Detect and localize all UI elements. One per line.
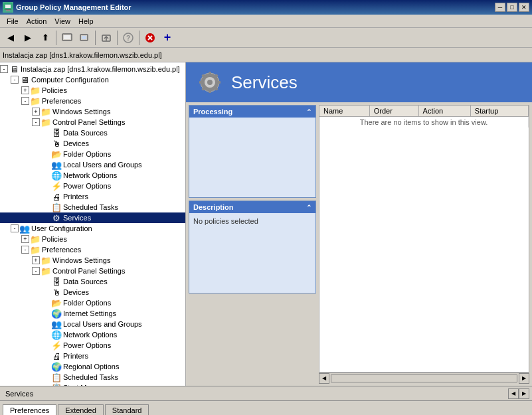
col-name[interactable]: Name <box>319 106 369 117</box>
tree-label-network-options: Network Options <box>63 171 117 179</box>
svg-rect-5 <box>64 35 70 39</box>
tree-item-printers[interactable]: 🖨Printers <box>0 191 185 202</box>
tree-item-internet-settings[interactable]: 🌍Internet Settings <box>0 308 185 319</box>
tree-item-folder-options[interactable]: 📂Folder Options <box>0 149 185 159</box>
tree-item-preferences[interactable]: -📁Preferences <box>0 96 185 106</box>
scroll-left-btn[interactable]: ◀ <box>319 373 329 384</box>
tree-item-start-menu[interactable]: 📋Start Menu <box>0 382 185 386</box>
menu-view[interactable]: View <box>50 16 74 27</box>
tree-panel[interactable]: -🖥Instalacja zap [dns1.krakow.filemon.ws… <box>0 62 186 386</box>
description-content: No policies selected <box>193 217 258 225</box>
tree-label-control-panel-settings2: Control Panel Settings <box>52 267 125 275</box>
tab-standard[interactable]: Standard <box>105 404 149 415</box>
add-btn[interactable]: + <box>159 30 175 46</box>
window-controls[interactable]: ─ □ ✕ <box>495 3 529 12</box>
tree-label-regional-options: Regional Options <box>63 363 119 371</box>
tree-expander-preferences[interactable]: - <box>21 97 29 105</box>
tree-item-windows-settings2[interactable]: +📁Windows Settings <box>0 255 185 266</box>
tree-expander-root[interactable]: - <box>0 65 8 73</box>
tree-label-user-config: User Configuration <box>31 224 92 232</box>
right-content: Processing ⌃ Description ⌃ No policies s… <box>186 102 532 386</box>
close-button[interactable]: ✕ <box>519 3 529 12</box>
tree-item-windows-settings[interactable]: +📁Windows Settings <box>0 106 185 117</box>
up-button[interactable]: ⬆ <box>37 30 53 46</box>
show-hide-console-btn[interactable] <box>59 30 75 46</box>
tree-item-services[interactable]: ⚙Services <box>0 212 185 223</box>
tab-preferences[interactable]: Preferences <box>3 404 56 415</box>
forward-button[interactable]: ▶ <box>20 30 36 46</box>
toolbar-separator-3 <box>117 31 118 45</box>
tree-item-user-config[interactable]: -👥User Configuration <box>0 223 185 234</box>
menu-action[interactable]: Action <box>23 16 51 27</box>
tree-label-computer-config: Computer Configuration <box>31 76 109 84</box>
tree-item-scheduled-tasks[interactable]: 📋Scheduled Tasks <box>0 202 185 212</box>
tree-item-local-users-groups2[interactable]: 👥Local Users and Groups <box>0 319 185 329</box>
main-container: -🖥Instalacja zap [dns1.krakow.filemon.ws… <box>0 62 532 386</box>
tree-label-local-users-groups2: Local Users and Groups <box>63 320 142 328</box>
description-collapse-btn[interactable]: ⌃ <box>306 204 311 211</box>
tree-item-network-options2[interactable]: 🌐Network Options <box>0 329 185 340</box>
tree-item-devices[interactable]: 🖱Devices <box>0 138 185 149</box>
tree-item-root[interactable]: -🖥Instalacja zap [dns1.krakow.filemon.ws… <box>0 64 185 74</box>
tree-item-policies[interactable]: +📁Policies <box>0 85 185 96</box>
tree-expander-control-panel-settings2[interactable]: - <box>32 267 40 275</box>
tree-item-folder-options2[interactable]: 📂Folder Options <box>0 297 185 308</box>
tree-item-devices2[interactable]: 🖱Devices <box>0 287 185 297</box>
tree-label-printers2: Printers <box>63 352 88 360</box>
tree-expander-policies[interactable]: + <box>21 86 29 94</box>
tree-expander-policies2[interactable]: + <box>21 235 29 243</box>
menu-help[interactable]: Help <box>74 16 98 27</box>
col-action[interactable]: Action <box>418 106 470 117</box>
minimize-button[interactable]: ─ <box>495 3 505 12</box>
data-table: Name Order Action Startup There are no i… <box>319 106 529 127</box>
tree-expander-windows-settings[interactable]: + <box>32 108 40 116</box>
tree-item-control-panel-settings[interactable]: -📁Control Panel Settings <box>0 117 185 127</box>
scroll-right-btn[interactable]: ▶ <box>519 373 529 384</box>
tree-expander-preferences2[interactable]: - <box>21 246 29 254</box>
tree-icon-network: 🌐 <box>51 170 62 181</box>
tree-expander-computer-config[interactable]: - <box>11 76 19 84</box>
svg-rect-20 <box>199 81 203 84</box>
tree-icon-folder: 📁 <box>30 85 41 96</box>
tree-icon-datasrc: 🗄 <box>51 127 62 138</box>
processing-collapse-btn[interactable]: ⌃ <box>306 108 311 116</box>
new-window-btn[interactable] <box>76 30 92 46</box>
tree-icon-computer: 🖥 <box>9 64 19 74</box>
tree-item-scheduled-tasks2[interactable]: 📋Scheduled Tasks <box>0 372 185 382</box>
tree-icon-power: ⚡ <box>51 181 62 191</box>
back-button[interactable]: ◀ <box>3 30 19 46</box>
help-btn[interactable]: ? <box>120 30 136 46</box>
tree-item-power-options[interactable]: ⚡Power Options <box>0 181 185 191</box>
tree-label-folder-options2: Folder Options <box>63 299 111 307</box>
tree-item-preferences2[interactable]: -📁Preferences <box>0 244 185 255</box>
menu-bar: File Action View Help <box>0 15 532 28</box>
tree-item-data-sources[interactable]: 🗄Data Sources <box>0 127 185 138</box>
tree-icon-folder: 📁 <box>41 117 51 127</box>
tree-item-regional-options[interactable]: 🌍Regional Options <box>0 361 185 372</box>
tree-icon-folder-options: 📂 <box>51 149 62 159</box>
export-btn[interactable] <box>98 30 114 46</box>
tree-expander-user-config[interactable]: - <box>11 224 19 232</box>
status-prev-btn[interactable]: ◀ <box>508 388 519 399</box>
maximize-button[interactable]: □ <box>507 3 517 12</box>
tree-item-power-options2[interactable]: ⚡Power Options <box>0 340 185 351</box>
menu-file[interactable]: File <box>3 16 23 27</box>
tree-item-printers2[interactable]: 🖨Printers <box>0 351 185 361</box>
col-startup[interactable]: Startup <box>470 106 528 117</box>
status-next-btn[interactable]: ▶ <box>519 388 529 399</box>
tree-expander-windows-settings2[interactable]: + <box>32 256 40 264</box>
tree-item-local-users-groups[interactable]: 👥Local Users and Groups <box>0 159 185 170</box>
tree-expander-control-panel-settings[interactable]: - <box>32 118 40 126</box>
tree-icon-menu: 📋 <box>51 382 62 386</box>
tabs-bar: Preferences Extended Standard <box>0 400 532 415</box>
tree-item-network-options[interactable]: 🌐Network Options <box>0 170 185 181</box>
tree-item-data-sources2[interactable]: 🗄Data Sources <box>0 276 185 287</box>
scroll-track[interactable] <box>331 374 517 382</box>
tree-item-policies2[interactable]: +📁Policies <box>0 234 185 244</box>
stop-btn[interactable] <box>142 30 158 46</box>
svg-rect-19 <box>209 89 211 93</box>
tree-item-control-panel-settings2[interactable]: -📁Control Panel Settings <box>0 266 185 276</box>
col-order[interactable]: Order <box>369 106 418 117</box>
tab-extended[interactable]: Extended <box>58 404 103 415</box>
tree-item-computer-config[interactable]: -🖥Computer Configuration <box>0 74 185 85</box>
